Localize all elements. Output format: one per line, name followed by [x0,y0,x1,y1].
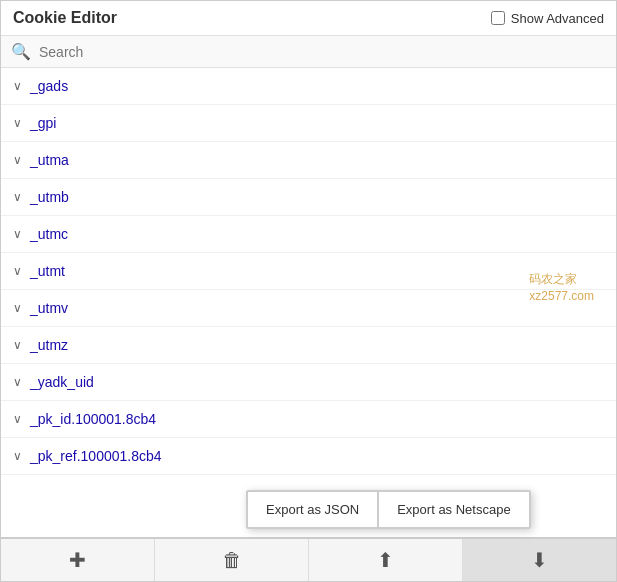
delete-icon: 🗑 [222,549,242,572]
export-json-button[interactable]: Export as JSON [247,491,378,528]
import-icon: ⬆ [377,548,394,572]
chevron-down-icon: ∨ [13,338,22,352]
show-advanced-label[interactable]: Show Advanced [511,11,604,26]
list-item[interactable]: ∨_utma [1,142,616,179]
header: Cookie Editor Show Advanced [1,1,616,36]
footer-toolbar: ✚ 🗑 ⬆ ⬇ [1,537,616,581]
delete-cookie-button[interactable]: 🗑 [155,539,309,581]
search-input[interactable] [39,44,606,60]
list-item[interactable]: ∨_utmc [1,216,616,253]
cookie-name: _utmz [30,337,68,353]
chevron-down-icon: ∨ [13,301,22,315]
search-bar: 🔍 [1,36,616,68]
chevron-down-icon: ∨ [13,79,22,93]
import-button[interactable]: ⬆ [309,539,463,581]
cookie-name: _gpi [30,115,56,131]
chevron-down-icon: ∨ [13,449,22,463]
chevron-down-icon: ∨ [13,264,22,278]
export-netscape-button[interactable]: Export as Netscape [378,491,529,528]
cookie-name: _utmc [30,226,68,242]
search-icon: 🔍 [11,42,31,61]
list-item[interactable]: ∨_yadk_uid [1,364,616,401]
show-advanced-checkbox[interactable] [491,11,505,25]
cookie-name: _utmb [30,189,69,205]
cookie-list: ∨_gads∨_gpi∨_utma∨_utmb∨_utmc∨_utmt∨_utm… [1,68,616,537]
chevron-down-icon: ∨ [13,153,22,167]
chevron-down-icon: ∨ [13,227,22,241]
list-item[interactable]: ∨_utmz [1,327,616,364]
list-item[interactable]: ∨_pk_id.100001.8cb4 [1,401,616,438]
cookie-name: _utmv [30,300,68,316]
cookie-name: _gads [30,78,68,94]
chevron-down-icon: ∨ [13,412,22,426]
app-title: Cookie Editor [13,9,117,27]
chevron-down-icon: ∨ [13,375,22,389]
list-item[interactable]: ∨_gads [1,68,616,105]
app-container: Cookie Editor Show Advanced 🔍 ∨_gads∨_gp… [0,0,617,582]
show-advanced-container: Show Advanced [491,11,604,26]
add-cookie-button[interactable]: ✚ [1,539,155,581]
chevron-down-icon: ∨ [13,116,22,130]
cookie-name: _yadk_uid [30,374,94,390]
export-button[interactable]: ⬇ [463,539,616,581]
chevron-down-icon: ∨ [13,190,22,204]
list-item[interactable]: ∨_utmv [1,290,616,327]
export-popup: Export as JSON Export as Netscape [246,490,531,529]
export-icon: ⬇ [531,548,548,572]
cookie-name: _pk_ref.100001.8cb4 [30,448,162,464]
cookie-name: _utma [30,152,69,168]
list-item[interactable]: ∨_pk_ref.100001.8cb4 [1,438,616,475]
cookie-name: _utmt [30,263,65,279]
list-item[interactable]: ∨_utmt [1,253,616,290]
list-item[interactable]: ∨_utmb [1,179,616,216]
list-item[interactable]: ∨_gpi [1,105,616,142]
add-icon: ✚ [69,548,86,572]
cookie-name: _pk_id.100001.8cb4 [30,411,156,427]
